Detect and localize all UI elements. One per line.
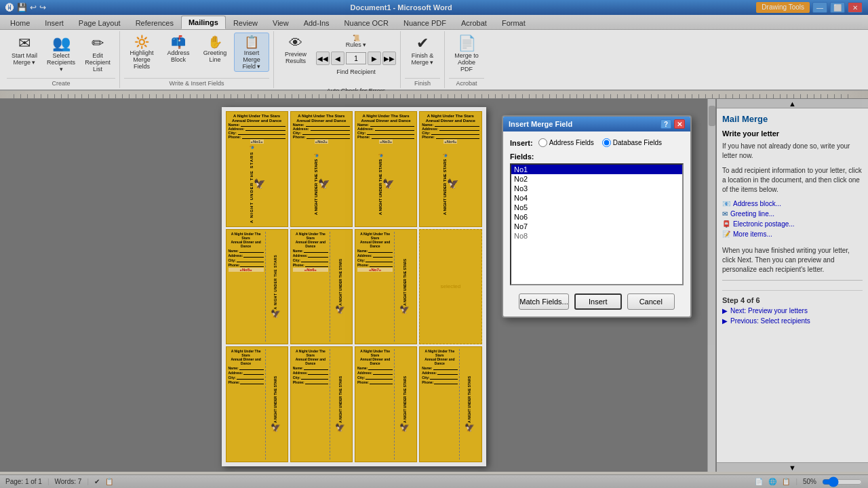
field-item-no8[interactable]: No8	[511, 231, 682, 241]
dialog-close-button[interactable]: ✕	[674, 119, 685, 129]
dialog-titlebar: Insert Merge Field ? ✕	[503, 117, 690, 131]
dialog-title: Insert Merge Field	[509, 120, 572, 128]
insert-button[interactable]: Insert	[574, 293, 622, 310]
insert-options-row: Insert: Address Fields Database Fields	[510, 138, 684, 147]
field-item-no3[interactable]: No3	[511, 184, 682, 193]
address-fields-radio-label[interactable]: Address Fields	[538, 138, 594, 147]
dialog-buttons: Match Fields... Insert Cancel	[510, 291, 684, 310]
field-item-no5[interactable]: No5	[511, 203, 682, 212]
field-item-no4[interactable]: No4	[511, 193, 682, 203]
cancel-button[interactable]: Cancel	[627, 293, 675, 310]
field-item-no1[interactable]: No1	[511, 165, 682, 174]
radio-group: Address Fields Database Fields	[538, 138, 662, 147]
dialog-help-button[interactable]: ?	[660, 119, 671, 129]
insert-label: Insert:	[510, 139, 533, 147]
field-item-no7[interactable]: No7	[511, 222, 682, 231]
field-item-no6[interactable]: No6	[511, 212, 682, 222]
field-item-no2[interactable]: No2	[511, 174, 682, 184]
fields-label: Fields:	[510, 152, 684, 161]
modal-overlay: Insert Merge Field ? ✕ Insert: Address F…	[0, 0, 868, 488]
database-fields-label: Database Fields	[613, 139, 662, 146]
dialog-body: Insert: Address Fields Database Fields F…	[503, 131, 690, 317]
insert-merge-field-dialog: Insert Merge Field ? ✕ Insert: Address F…	[502, 115, 692, 318]
fields-list: No1 No2 No3 No4 No5 No6 No7 No8	[510, 163, 684, 285]
database-fields-radio-label[interactable]: Database Fields	[602, 138, 662, 147]
database-fields-radio[interactable]	[602, 138, 611, 147]
match-fields-button[interactable]: Match Fields...	[519, 293, 569, 310]
address-fields-label: Address Fields	[549, 139, 594, 146]
address-fields-radio[interactable]	[538, 138, 547, 147]
